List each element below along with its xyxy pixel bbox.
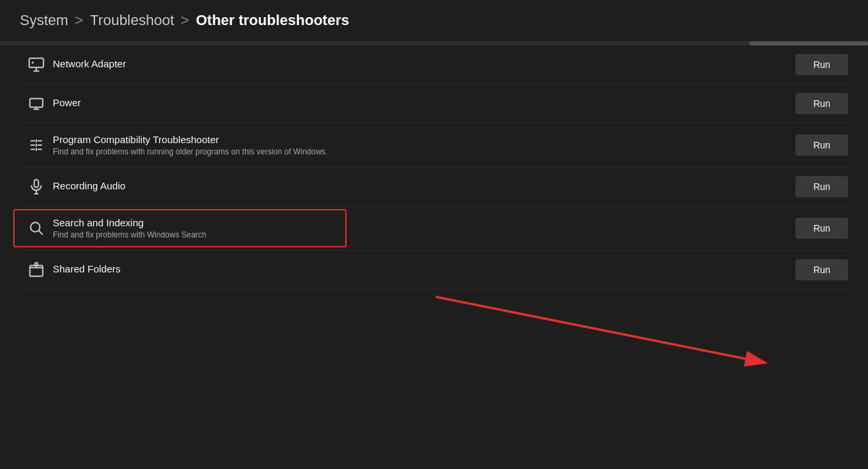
- breadcrumb-separator-1: >: [75, 12, 83, 29]
- svg-point-19: [30, 222, 40, 232]
- item-description: Find and fix problems with Windows Searc…: [53, 230, 848, 239]
- power-run-button[interactable]: Run: [795, 93, 848, 114]
- compat-icon: [20, 137, 53, 154]
- item-title: Power: [53, 97, 848, 108]
- search-indexing-run-button[interactable]: Run: [795, 218, 848, 239]
- recording-audio-run-button[interactable]: Run: [795, 176, 848, 197]
- item-text: Shared Folders: [53, 263, 848, 276]
- item-text: Network Adapter: [53, 58, 848, 71]
- item-text: Search and Indexing Find and fix problem…: [53, 217, 848, 239]
- program-compat-run-button[interactable]: Run: [795, 135, 848, 156]
- list-item: Network Adapter Run: [20, 46, 848, 84]
- item-text: Power: [53, 97, 848, 110]
- network-adapter-run-button[interactable]: Run: [795, 54, 848, 75]
- troubleshooter-list: Network Adapter Run Power Run: [0, 46, 868, 290]
- list-item: Program Compatibility Troubleshooter Fin…: [20, 123, 848, 168]
- svg-point-3: [32, 61, 34, 63]
- item-title: Program Compatibility Troubleshooter: [53, 134, 848, 145]
- list-item: Shared Folders Run: [20, 251, 848, 290]
- item-title: Network Adapter: [53, 58, 848, 69]
- svg-line-20: [39, 231, 43, 235]
- header: System > Troubleshoot > Other troublesho…: [0, 0, 868, 42]
- svg-rect-15: [36, 148, 37, 150]
- search-icon: [20, 220, 53, 237]
- svg-rect-4: [30, 98, 43, 107]
- svg-rect-14: [36, 144, 37, 146]
- item-title: Search and Indexing: [53, 217, 848, 228]
- annotation-arrow: [383, 277, 845, 409]
- power-icon: [20, 95, 53, 112]
- breadcrumb-current: Other troubleshooters: [196, 12, 349, 29]
- breadcrumb-troubleshoot[interactable]: Troubleshoot: [90, 12, 174, 29]
- breadcrumb: System > Troubleshoot > Other troublesho…: [20, 12, 848, 29]
- breadcrumb-separator-2: >: [181, 12, 189, 29]
- item-description: Find and fix problems with running older…: [53, 147, 848, 156]
- page-container: System > Troubleshoot > Other troublesho…: [0, 0, 868, 290]
- search-indexing-item: Search and Indexing Find and fix problem…: [20, 206, 848, 251]
- audio-icon: [20, 178, 53, 195]
- svg-rect-0: [29, 58, 44, 67]
- shared-folders-run-button[interactable]: Run: [795, 259, 848, 280]
- item-title: Recording Audio: [53, 180, 848, 191]
- item-title: Shared Folders: [53, 263, 848, 274]
- breadcrumb-system[interactable]: System: [20, 12, 68, 29]
- item-text: Program Compatibility Troubleshooter Fin…: [53, 134, 848, 156]
- svg-line-25: [436, 297, 766, 363]
- svg-rect-13: [36, 139, 37, 142]
- list-item: Power Run: [20, 84, 848, 123]
- item-text: Recording Audio: [53, 180, 848, 193]
- shared-icon: [20, 261, 53, 278]
- network-icon: [20, 56, 53, 73]
- list-item: Recording Audio Run: [20, 168, 848, 206]
- svg-rect-16: [34, 179, 39, 187]
- svg-point-22: [35, 263, 38, 265]
